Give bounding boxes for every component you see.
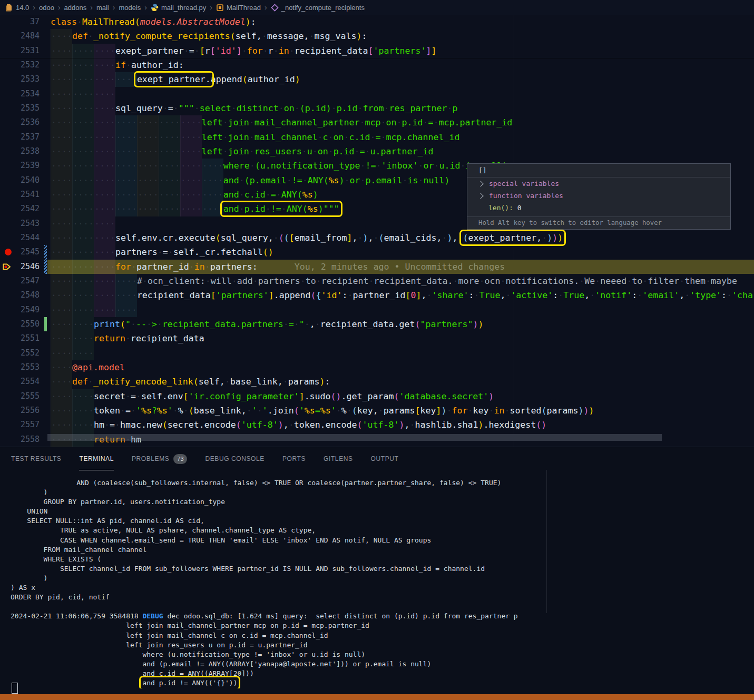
line-number[interactable]: 2554 [3,374,40,389]
panel-tab-ports[interactable]: PORTS [282,448,306,470]
line-number[interactable]: 2556 [3,403,40,418]
editor-gutter[interactable]: 2545 [0,245,47,259]
editor-gutter[interactable]: 2536 [0,115,47,130]
editor-gutter[interactable]: 2550 [0,317,47,331]
code-content[interactable]: ················recipient_data['partners… [47,288,754,302]
line-number[interactable]: 2547 [3,274,40,288]
editor-gutter[interactable]: 2554 [0,374,47,389]
line-number[interactable]: 2558 [3,432,40,447]
line-number[interactable]: 2535 [3,101,40,115]
code-line[interactable]: 2547················#·ocn_client:·will·a… [0,274,754,288]
code-line[interactable]: 37class·MailThread(models.AbstractModel)… [0,15,754,29]
code-content[interactable]: ········print("·--·>·recipient_data.part… [47,317,754,331]
line-number[interactable]: 2538 [3,144,40,159]
panel-tab-test-results[interactable]: TEST RESULTS [11,448,61,470]
code-content[interactable]: ············for·partner_id·in·partners:Y… [47,260,754,274]
code-line[interactable]: 2531············exept_partner·=·[r['id']… [0,44,754,58]
line-number[interactable]: 2539 [3,159,40,173]
code-content[interactable]: ············sql_query·=·"""·select·disti… [47,101,754,115]
editor-gutter[interactable]: 2555 [0,389,47,403]
line-number[interactable]: 2551 [3,331,40,346]
breadcrumb-item--notify-compute-recipients[interactable]: _notify_compute_recipients [271,4,365,12]
breadcrumb-item-mail-thread-py[interactable]: mail_thread.py [151,4,206,12]
line-number[interactable]: 2533 [3,72,40,86]
editor-gutter[interactable]: 2540 [0,173,47,188]
line-number[interactable]: 2543 [3,216,40,231]
terminal-output[interactable]: AND (coalesce(sub_followers.internal, fa… [0,470,754,688]
line-number[interactable]: 2550 [3,317,40,331]
code-line[interactable]: 2548················recipient_data['part… [0,288,754,302]
code-line[interactable]: 2553····@api.model [0,360,754,374]
line-number[interactable]: 2546 [3,260,40,274]
code-content[interactable]: ····def·_notify_encode_link(self,·base_l… [47,374,754,389]
code-line[interactable]: 2555········secret·=·self.env['ir.config… [0,389,754,403]
code-line[interactable]: 2545············partners·=·self._cr.fetc… [0,245,754,259]
editor-gutter[interactable]: 2539 [0,159,47,173]
panel-tab-problems[interactable]: PROBLEMS73 [132,448,188,470]
editor-gutter[interactable]: 2551 [0,331,47,346]
code-content[interactable]: ····def·_notify_compute_recipients(self,… [47,29,754,43]
code-content[interactable]: ············ [47,87,754,101]
line-number[interactable]: 2534 [3,87,40,101]
gutter-change-indicator[interactable] [44,317,47,331]
editor-gutter[interactable]: 2547 [0,274,47,288]
editor-gutter[interactable]: 2548 [0,288,47,302]
editor-gutter[interactable]: 2542 [0,202,47,216]
line-number[interactable]: 2545 [3,245,40,259]
editor-gutter[interactable]: 2531 [0,44,47,58]
line-number[interactable]: 2555 [3,389,40,403]
line-number[interactable]: 2540 [3,173,40,188]
editor-gutter[interactable]: 2534 [0,87,47,101]
code-content[interactable]: ················ [47,303,754,317]
hover-item-special-variables[interactable]: special variables [467,178,730,190]
panel-tab-debug-console[interactable]: DEBUG CONSOLE [205,448,265,470]
code-line[interactable]: 2546············for·partner_id·in·partne… [0,260,754,274]
code-content[interactable]: ················#·ocn_client:·will·add·p… [47,274,754,288]
line-number[interactable]: 2548 [3,288,40,302]
code-line[interactable]: 2552········ [0,346,754,360]
code-line[interactable]: 2551········return·recipient_data [0,331,754,346]
line-number[interactable]: 2537 [3,130,40,144]
horizontal-scrollbar[interactable] [47,434,662,441]
breadcrumb-item-models[interactable]: models [119,4,141,12]
code-line[interactable]: 2532············if·author_id: [0,58,754,72]
line-number[interactable]: 37 [3,15,40,29]
editor-gutter[interactable]: 2537 [0,130,47,144]
editor-gutter[interactable]: 2558 [0,432,47,447]
code-content[interactable]: ················exept_partner.append(aut… [47,72,754,86]
code-line[interactable]: 2556········token·=·'%s?%s'·%·(base_link… [0,403,754,418]
line-number[interactable]: 2557 [3,418,40,432]
code-line[interactable]: 2550········print("·--·>·recipient_data.… [0,317,754,331]
editor-gutter[interactable]: 2546 [0,260,47,274]
code-line[interactable]: 2484····def·_notify_compute_recipients(s… [0,29,754,43]
code-content[interactable]: ····························left·join·ma… [47,115,754,130]
code-content[interactable]: ········hm·=·hmac.new(secret.encode('utf… [47,418,754,432]
code-content[interactable]: ········return·recipient_data [47,331,754,346]
gutter-change-indicator[interactable] [44,260,47,274]
code-content[interactable]: ········secret·=·self.env['ir.config_par… [47,389,754,403]
line-number[interactable]: 2542 [3,202,40,216]
line-number[interactable]: 2541 [3,188,40,202]
line-number[interactable]: 2549 [3,303,40,317]
code-content[interactable]: ········token·=·'%s?%s'·%·(base_link,·'·… [47,403,754,418]
line-number[interactable]: 2532 [3,58,40,72]
code-line[interactable]: 2544············self.env.cr.execute(sql_… [0,231,754,245]
code-content[interactable]: ············partners·=·self._cr.fetchall… [47,245,754,259]
code-line[interactable]: 2534············ [0,87,754,101]
code-editor[interactable]: 37class·MailThread(models.AbstractModel)… [0,15,754,447]
code-line[interactable]: 2536····························left·joi… [0,115,754,130]
editor-gutter[interactable]: 2552 [0,346,47,360]
editor-gutter[interactable]: 2484 [0,29,47,43]
code-line[interactable]: 2533················exept_partner.append… [0,72,754,86]
line-number[interactable]: 2544 [3,231,40,245]
code-content[interactable]: ············self.env.cr.execute(sql_quer… [47,231,754,245]
editor-gutter[interactable]: 2543 [0,216,47,231]
code-line[interactable]: 2535············sql_query·=·"""·select·d… [0,101,754,115]
panel-tab-gitlens[interactable]: GITLENS [324,448,353,470]
breadcrumb-item-mailthread[interactable]: MailThread [216,4,261,12]
editor-gutter[interactable]: 2533 [0,72,47,86]
hover-item-function-variables[interactable]: function variables [467,190,730,202]
breadcrumb-item-odoo[interactable]: odoo [39,4,54,12]
editor-gutter[interactable]: 2557 [0,418,47,432]
editor-gutter[interactable]: 2549 [0,303,47,317]
